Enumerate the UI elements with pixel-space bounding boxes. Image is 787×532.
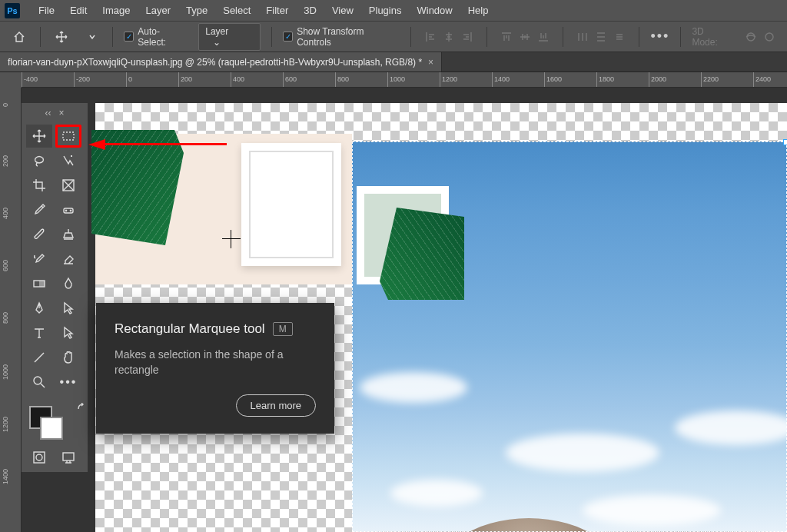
- toolbox-panel: ‹‹ × •••: [22, 103, 88, 472]
- document-tab[interactable]: florian-van-duyn-pXToxwjqliQ-unsplash.jp…: [0, 52, 442, 71]
- direct-selection-tool[interactable]: [55, 321, 81, 344]
- menu-help[interactable]: Help: [460, 2, 496, 19]
- spot-healing-tool[interactable]: [55, 198, 81, 221]
- mockup-layer: [95, 134, 352, 284]
- chevron-down-icon: ⌄: [213, 37, 221, 48]
- close-icon[interactable]: ×: [58, 108, 64, 118]
- align-bottom-icon[interactable]: [535, 28, 552, 45]
- menu-3d[interactable]: 3D: [296, 2, 324, 19]
- background-color[interactable]: [40, 417, 63, 440]
- divider: [486, 27, 487, 47]
- auto-select-label: Auto-Select:: [138, 26, 188, 48]
- menubar: Ps File Edit Image Layer Type Select Fil…: [0, 0, 787, 22]
- distribute-v-icon[interactable]: [593, 28, 609, 45]
- distribute-h-icon[interactable]: [574, 28, 591, 45]
- divider: [639, 27, 639, 47]
- learn-more-button[interactable]: Learn more: [236, 394, 316, 417]
- menu-file[interactable]: File: [31, 2, 62, 19]
- auto-select-checkbox[interactable]: ✓ Auto-Select:: [124, 26, 188, 48]
- edit-toolbar-icon[interactable]: •••: [55, 371, 81, 394]
- eraser-tool[interactable]: [55, 248, 81, 271]
- show-transform-label: Show Transform Controls: [297, 26, 400, 48]
- align-left-icon[interactable]: [422, 28, 439, 45]
- svg-point-8: [36, 454, 42, 461]
- menu-type[interactable]: Type: [178, 2, 215, 19]
- pen-tool[interactable]: [26, 297, 52, 320]
- 3d-mode-icons: [742, 28, 778, 45]
- divider: [112, 27, 113, 47]
- brush-tool[interactable]: [26, 223, 52, 246]
- show-transform-checkbox[interactable]: ✓ Show Transform Controls: [283, 26, 400, 48]
- options-bar: ✓ Auto-Select: Layer ⌄ ✓ Show Transform …: [0, 22, 787, 52]
- history-brush-tool[interactable]: [26, 248, 52, 271]
- rectangular-marquee-tool[interactable]: [55, 125, 81, 148]
- horizontal-ruler[interactable]: -400 -200 0 200 400 600 800 1000 1200 14…: [22, 72, 787, 88]
- photoshop-logo: Ps: [5, 3, 20, 18]
- layer-dropdown[interactable]: Layer ⌄: [198, 23, 261, 51]
- document-tabbar: florian-van-duyn-pXToxwjqliQ-unsplash.jp…: [0, 52, 787, 72]
- move-tool[interactable]: [26, 125, 52, 148]
- photo-frame: [241, 143, 341, 266]
- svg-point-0: [747, 33, 755, 41]
- color-swatches[interactable]: [26, 403, 88, 443]
- eyedropper-tool[interactable]: [26, 198, 52, 221]
- tool-tooltip: Rectangular Marquee tool M Makes a selec…: [96, 303, 334, 434]
- distribute-group: [574, 28, 628, 45]
- menu-edit[interactable]: Edit: [62, 2, 95, 19]
- menu-view[interactable]: View: [324, 2, 361, 19]
- svg-point-6: [34, 377, 42, 384]
- close-icon[interactable]: ×: [428, 57, 433, 68]
- path-selection-tool[interactable]: [55, 297, 81, 320]
- collapse-icon[interactable]: ‹‹: [45, 108, 51, 118]
- panel-header: ‹‹ ×: [22, 106, 88, 120]
- menu-filter[interactable]: Filter: [258, 2, 296, 19]
- clone-stamp-tool[interactable]: [55, 223, 81, 246]
- keyboard-shortcut: M: [273, 322, 293, 336]
- photo-frame: [357, 186, 449, 284]
- home-icon[interactable]: [9, 27, 29, 47]
- move-tool-icon[interactable]: [51, 27, 71, 47]
- divider: [410, 27, 411, 47]
- line-tool[interactable]: [26, 346, 52, 369]
- more-options-icon[interactable]: •••: [650, 28, 669, 45]
- svg-point-1: [765, 33, 773, 41]
- blur-tool[interactable]: [55, 272, 81, 295]
- align-group-1: [422, 28, 476, 45]
- zoom-tool[interactable]: [26, 371, 52, 394]
- align-right-icon[interactable]: [459, 28, 476, 45]
- pan-icon[interactable]: [761, 28, 778, 45]
- vertical-ruler[interactable]: 0 200 400 600 800 1000 1200 1400: [0, 88, 22, 532]
- lasso-tool[interactable]: [26, 149, 52, 172]
- menu-plugins[interactable]: Plugins: [361, 2, 410, 19]
- tab-title: florian-van-duyn-pXToxwjqliQ-unsplash.jp…: [8, 57, 422, 68]
- svg-rect-9: [63, 453, 74, 461]
- divider: [40, 27, 41, 47]
- distribute-stack-icon[interactable]: [611, 28, 628, 45]
- screen-mode-tool[interactable]: [55, 446, 81, 469]
- swap-colors-icon[interactable]: [77, 403, 85, 411]
- align-center-h-icon[interactable]: [440, 28, 457, 45]
- leaf-decoration: [91, 130, 184, 245]
- menu-window[interactable]: Window: [409, 2, 460, 19]
- divider: [680, 27, 681, 47]
- orbit-icon[interactable]: [742, 28, 759, 45]
- text-tool[interactable]: [26, 321, 52, 344]
- crosshair-cursor-icon: [222, 230, 241, 248]
- frame-tool[interactable]: [55, 174, 81, 197]
- crop-tool[interactable]: [26, 174, 52, 197]
- chevron-down-icon[interactable]: [82, 27, 102, 47]
- divider: [271, 27, 272, 47]
- svg-rect-2: [63, 132, 74, 140]
- checkbox-checked-icon: ✓: [124, 32, 134, 42]
- align-top-icon[interactable]: [498, 28, 515, 45]
- align-center-v-icon[interactable]: [516, 28, 533, 45]
- tooltip-description: Makes a selection in the shape of a rect…: [115, 347, 316, 377]
- quick-mask-tool[interactable]: [26, 446, 52, 469]
- menu-layer[interactable]: Layer: [138, 2, 179, 19]
- gradient-tool[interactable]: [26, 272, 52, 295]
- menu-image[interactable]: Image: [95, 2, 138, 19]
- menu-select[interactable]: Select: [215, 2, 258, 19]
- 3d-mode-label: 3D Mode:: [692, 26, 732, 48]
- quick-selection-tool[interactable]: [55, 149, 81, 172]
- hand-tool[interactable]: [55, 346, 81, 369]
